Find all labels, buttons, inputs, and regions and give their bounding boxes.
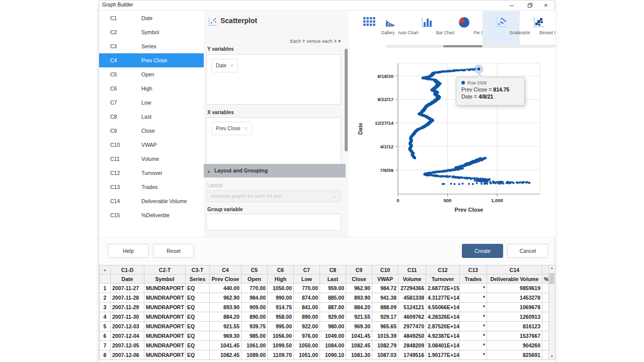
grid-cell[interactable]: * [460,322,487,331]
column-header-name[interactable] [100,275,111,284]
reset-button[interactable]: Reset [153,244,194,258]
grid-cell[interactable]: 885.00 [320,293,346,303]
grid-cell[interactable]: 1041.45 [210,341,242,350]
column-header-id[interactable]: C5 [242,265,268,275]
column-header-name[interactable]: Series [186,275,210,284]
scatter-chart[interactable]: 6/18/209/22/1712/27/144/1/127/6/0905001,… [349,48,555,221]
grid-cell[interactable]: 1.90177E+14 [426,350,460,360]
grid-cell[interactable]: EQ [186,331,210,341]
grid-cell[interactable]: * [460,341,487,350]
grid-cell[interactable]: EQ [186,341,210,350]
grid-cell[interactable]: 959.00 [320,284,346,293]
grid-cell[interactable]: 825691 [487,350,542,360]
grid-cell[interactable]: * [460,312,487,322]
grid-cell[interactable]: 4.55066E+14 [426,303,460,312]
grid-cell[interactable]: 2007-12-05 [111,341,144,350]
grid-cell[interactable]: 1082.45 [346,341,372,350]
column-row-c9[interactable]: C9Close [99,124,204,138]
close-icon[interactable]: ✕ [538,1,553,11]
scroll-up-icon[interactable]: ▲ [549,266,555,269]
grid-cell[interactable] [542,331,549,341]
column-header-name[interactable]: Deliverable Volume [487,275,542,284]
grid-cell[interactable]: 2.68772E+15 [426,284,460,293]
column-header-id[interactable]: C12 [426,265,460,275]
grid-cell[interactable]: 2848209 [398,341,426,350]
column-header-id[interactable]: C9 [346,265,372,275]
remove-icon[interactable]: × [245,126,248,131]
column-header-id[interactable]: C2-T [144,265,186,275]
column-header-name[interactable]: Close [346,275,372,284]
column-header-id[interactable]: C7 [294,265,320,275]
grid-cell[interactable]: 929.00 [320,312,346,322]
grid-cell[interactable]: EQ [186,303,210,312]
column-row-c10[interactable]: C10VWAP [99,138,204,152]
column-row-c2[interactable]: C2Symbol [99,25,204,39]
grid-cell[interactable]: 1537667 [487,331,542,341]
grid-cell[interactable]: 969.30 [210,331,242,341]
column-row-c7[interactable]: C7Low [99,96,204,110]
y-variable-chip[interactable]: Date× [211,59,238,72]
grid-cell[interactable]: 984.00 [242,293,268,303]
grid-cell[interactable]: 4609762 [398,312,426,322]
grid-cell[interactable]: 995.00 [268,322,294,331]
column-header-name[interactable]: High [268,275,294,284]
grid-cell[interactable]: EQ [186,350,210,360]
grid-cell[interactable]: 893.90 [346,293,372,303]
column-row-c6[interactable]: C6High [99,81,204,96]
group-variable-box[interactable] [206,214,341,231]
grid-cell[interactable]: 985.00 [242,331,268,341]
mode-dropdown[interactable]: Each Y versus each X ▾ [290,38,341,44]
column-header-name[interactable]: Date [111,275,144,284]
row-number[interactable]: 8 [100,350,111,360]
grid-cell[interactable]: 941.38 [372,293,398,303]
grid-cell[interactable]: 909.00 [242,303,268,312]
grid-cell[interactable]: 1109.70 [268,350,294,360]
grid-cell[interactable]: 4.92387E+14 [426,331,460,341]
grid-cell[interactable]: 884.20 [210,312,242,322]
gallery-tab-binned-scatterplot[interactable]: Binned Scatterplot [520,11,555,45]
column-header-id[interactable] [542,265,549,275]
grid-cell[interactable]: 2007-11-30 [111,312,144,322]
column-header-name[interactable]: %Deliverble [542,275,549,284]
column-row-c12[interactable]: C12Turnover [99,166,204,180]
column-row-c3[interactable]: C3Series [99,39,204,53]
grid-cell[interactable]: 1081.30 [346,350,372,360]
grid-cell[interactable]: 4.31277E+14 [426,293,460,303]
gallery-tab-bar-chart[interactable]: Bar Chart [408,11,445,45]
column-header-name[interactable]: Volume [398,275,426,284]
grid-cell[interactable]: * [460,350,487,360]
grid-cell[interactable]: 1050.00 [268,284,294,293]
column-header-name[interactable]: Last [320,275,346,284]
grid-cell[interactable]: 980.00 [320,322,346,331]
grid-cell[interactable]: 888.09 [372,303,398,312]
column-header-id[interactable]: C6 [268,265,294,275]
grid-cell[interactable]: EQ [186,322,210,331]
grid-cell[interactable]: 984.72 [372,284,398,293]
column-header-id[interactable]: C13 [460,265,487,275]
grid-cell[interactable]: 2007-12-06 [111,350,144,360]
grid-cell[interactable]: 2007-12-03 [111,322,144,331]
grid-cell[interactable]: 770.00 [294,284,320,293]
grid-cell[interactable]: MUNDRAPORT [144,322,186,331]
grid-cell[interactable]: 4581338 [398,293,426,303]
grid-cell[interactable]: * [460,293,487,303]
remove-icon[interactable]: × [230,63,233,68]
grid-cell[interactable]: 1090.10 [320,350,346,360]
column-row-c11[interactable]: C11Volume [99,152,204,166]
grid-vscrollbar-thumb[interactable] [549,273,554,284]
grid-cell[interactable]: * [460,331,487,341]
grid-cell[interactable]: 9859619 [487,284,542,293]
panel-scrollbar-thumb[interactable] [345,49,348,151]
column-header-id[interactable]: C14 [487,265,542,275]
grid-cell[interactable]: 1051.00 [294,350,320,360]
grid-cell[interactable]: 1056.00 [268,331,294,341]
column-header-id[interactable]: C8 [320,265,346,275]
column-row-c1[interactable]: C1Date [99,11,204,25]
grid-cell[interactable]: 2977470 [398,322,426,331]
grid-cell[interactable]: 1050.00 [294,341,320,350]
grid-cell[interactable] [542,322,549,331]
grid-cell[interactable]: 2007-11-29 [111,303,144,312]
grid-cell[interactable]: 1453278 [487,293,542,303]
gallery-tab-auto-chart[interactable]: Auto Chart [386,11,408,45]
grid-cell[interactable]: 27294366 [398,284,426,293]
